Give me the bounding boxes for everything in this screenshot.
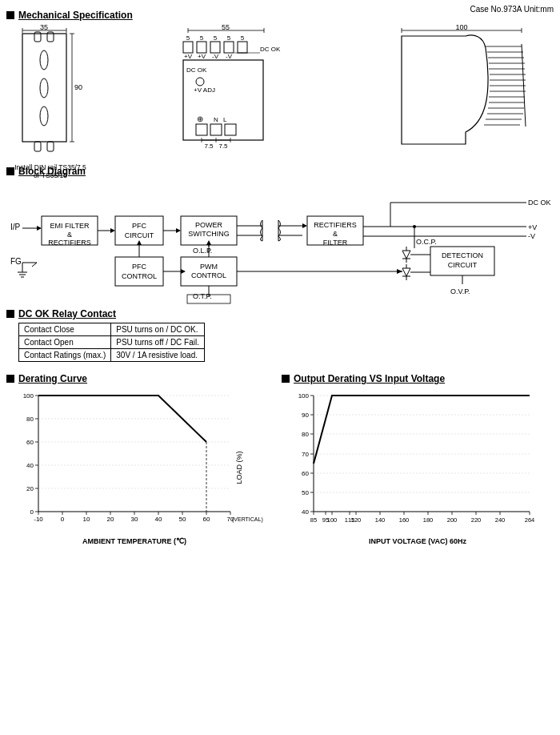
heatsink-diagram: 100 <box>394 24 554 162</box>
svg-marker-153 <box>397 269 402 274</box>
svg-text:O.V.P.: O.V.P. <box>450 287 470 295</box>
bd-header-square <box>6 167 14 175</box>
svg-text:I/P: I/P <box>10 223 21 231</box>
svg-text:50: 50 <box>302 489 309 496</box>
svg-rect-44 <box>210 124 222 135</box>
svg-text:O.L.P.: O.L.P. <box>193 247 212 255</box>
svg-text:7.5: 7.5 <box>204 143 214 150</box>
svg-text:FILTER: FILTER <box>323 239 348 247</box>
svg-text:90: 90 <box>302 412 309 419</box>
svg-text:+V ADJ: +V ADJ <box>194 86 215 94</box>
svg-text:80: 80 <box>302 431 309 438</box>
svg-text:180: 180 <box>423 516 434 524</box>
svg-text:35: 35 <box>40 23 48 31</box>
table-row: Contact ClosePSU turns on / DC OK. <box>19 323 205 336</box>
derating-chart: Derating Curve LOAD (%) 100 80 <box>6 368 262 549</box>
svg-text:20: 20 <box>26 485 34 492</box>
svg-marker-75 <box>37 226 42 231</box>
svg-text:L: L <box>223 116 227 123</box>
svg-text:5: 5 <box>186 34 190 42</box>
svg-text:POWER: POWER <box>195 221 223 229</box>
svg-text:85: 85 <box>310 516 317 524</box>
svg-rect-26 <box>197 42 206 53</box>
svg-text:90: 90 <box>74 83 82 91</box>
svg-text:60: 60 <box>26 439 34 446</box>
svg-text:FG: FG <box>10 257 22 266</box>
header-square <box>6 11 14 19</box>
svg-text:-V: -V <box>226 53 233 60</box>
svg-text:80: 80 <box>26 416 34 423</box>
dc-ok-title: DC OK Relay Contact <box>18 308 116 319</box>
svg-text:-V: -V <box>212 53 219 60</box>
svg-text:&: & <box>67 231 72 239</box>
svg-text:EMI FILTER: EMI FILTER <box>50 222 90 230</box>
svg-text:7.5: 7.5 <box>218 143 228 150</box>
input-voltage-chart: Output Derating VS Input Voltage LOAD (%… <box>282 368 554 549</box>
page: Mechanical Specification Case No.973A Un… <box>0 0 560 735</box>
table-row: Contact Ratings (max.)30V / 1A resistive… <box>19 349 205 362</box>
svg-text:5: 5 <box>200 34 204 42</box>
svg-text:100: 100 <box>327 516 338 524</box>
svg-text:RECTIFIERS: RECTIFIERS <box>48 239 91 247</box>
svg-rect-10 <box>34 142 41 151</box>
dc-label: Contact Ratings (max.) <box>19 349 111 362</box>
dc-ok-header: DC OK Relay Contact <box>6 308 554 319</box>
mech-diagrams: 35 90 Install DIN rail TS35/7.5 or <box>6 24 554 164</box>
dc-label: Contact Open <box>19 336 111 349</box>
svg-marker-127 <box>402 268 410 276</box>
svg-text:40: 40 <box>302 508 309 516</box>
svg-text:-V: -V <box>528 232 535 240</box>
dc-ok-square <box>6 310 14 318</box>
svg-text:CIRCUIT: CIRCUIT <box>125 231 154 239</box>
svg-text:CONTROL: CONTROL <box>191 271 226 279</box>
svg-text:20: 20 <box>107 516 114 523</box>
case-info: Case No.973A Unit:mm <box>470 5 554 14</box>
svg-text:100: 100 <box>455 23 467 31</box>
svg-text:⊕: ⊕ <box>197 114 203 123</box>
svg-text:60: 60 <box>203 516 210 523</box>
svg-text:40: 40 <box>26 462 34 469</box>
svg-text:160: 160 <box>399 516 410 524</box>
svg-text:PWM: PWM <box>200 263 218 271</box>
svg-text:RECTIFIERS: RECTIFIERS <box>314 221 357 229</box>
svg-marker-88 <box>110 228 115 233</box>
svg-rect-27 <box>210 42 220 53</box>
derating-header: Derating Curve <box>6 373 262 384</box>
svg-text:10: 10 <box>83 516 90 523</box>
svg-text:0: 0 <box>61 516 65 523</box>
svg-text:120: 120 <box>351 516 362 524</box>
side-profile-diagram: 35 90 Install DIN rail TS35/7.5 or <box>14 24 86 179</box>
svg-rect-43 <box>196 124 207 135</box>
svg-line-78 <box>32 263 37 267</box>
table-row: Contact OpenPSU turns off / DC Fail. <box>19 336 205 349</box>
block-diagram-header: Block Diagram <box>6 166 554 177</box>
svg-rect-29 <box>238 42 247 53</box>
svg-point-7 <box>40 50 48 70</box>
dc-value: PSU turns off / DC Fail. <box>111 336 205 349</box>
svg-rect-25 <box>183 42 193 53</box>
svg-text:240: 240 <box>495 516 506 524</box>
svg-text:60: 60 <box>302 470 309 477</box>
svg-text:5: 5 <box>241 34 245 42</box>
svg-marker-139 <box>137 240 142 245</box>
dc-value: 30V / 1A resistive load. <box>111 349 205 362</box>
svg-text:CONTROL: CONTROL <box>122 272 157 280</box>
svg-marker-144 <box>206 240 211 245</box>
svg-text:40: 40 <box>155 516 162 523</box>
svg-text:PFC: PFC <box>132 263 147 271</box>
din-rail-label: Install DIN rail TS35/7.5 or TS35/15 <box>14 163 86 179</box>
svg-text:70: 70 <box>302 451 309 458</box>
svg-text:30: 30 <box>131 516 138 523</box>
svg-text:100: 100 <box>298 392 310 400</box>
svg-text:INPUT VOLTAGE (VAC) 60Hz: INPUT VOLTAGE (VAC) 60Hz <box>369 537 467 545</box>
svg-marker-146 <box>181 269 186 274</box>
svg-text:LOAD (%): LOAD (%) <box>235 451 243 484</box>
svg-text:100: 100 <box>23 392 34 400</box>
svg-text:PFC: PFC <box>132 222 147 230</box>
svg-text:+V: +V <box>184 53 193 60</box>
svg-text:N: N <box>214 116 218 123</box>
svg-rect-28 <box>224 42 234 53</box>
dc-value: PSU turns on / DC OK. <box>111 323 205 336</box>
iv-square <box>282 375 290 383</box>
svg-text:5: 5 <box>214 34 218 42</box>
